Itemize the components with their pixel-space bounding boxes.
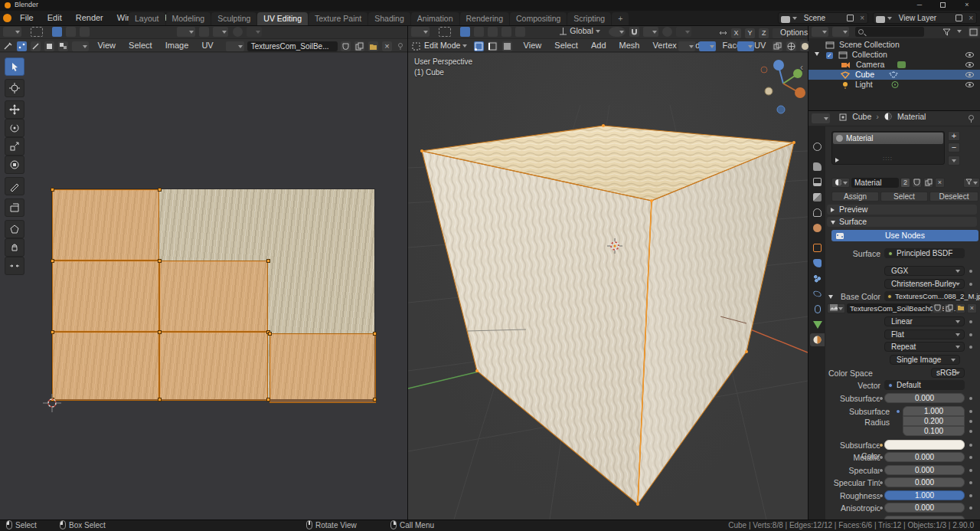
cube-visibility-eye-icon[interactable] <box>965 72 974 77</box>
viewport-menu-mesh[interactable]: Mesh <box>614 39 645 52</box>
uv-face[interactable] <box>270 333 376 403</box>
maximize-button[interactable] <box>940 2 946 8</box>
image-unlink-icon[interactable]: × <box>967 303 977 313</box>
snap-magnet-icon[interactable] <box>629 27 639 37</box>
assign-button[interactable]: Assign <box>831 192 879 202</box>
uv-proportional-edit-icon[interactable] <box>233 27 243 37</box>
new-view-layer-icon[interactable] <box>956 15 962 21</box>
snap-with-dropdown[interactable] <box>643 27 658 37</box>
proportional-edit-icon[interactable] <box>662 27 672 37</box>
uv-image-unlink-icon[interactable]: × <box>382 41 392 51</box>
gizmo-z-axis[interactable] <box>773 60 784 70</box>
browse-image-dropdown[interactable] <box>827 303 845 313</box>
pin-icon[interactable] <box>967 114 975 123</box>
outliner-row-light[interactable]: Light <box>808 80 980 90</box>
collection-visibility-eye-icon[interactable] <box>965 52 974 57</box>
properties-editor-type-dropdown[interactable] <box>812 113 830 123</box>
sidebar-collapse-arrow[interactable]: ‹ <box>800 62 803 73</box>
outliner-row-collection[interactable]: ✓ Collection <box>808 50 980 60</box>
outliner-filter-icon[interactable] <box>942 27 952 37</box>
shading-wireframe-icon[interactable] <box>786 41 796 51</box>
material-slot-list[interactable]: Material :::: <box>831 131 945 165</box>
outliner-row-cube[interactable]: Cube <box>808 70 980 80</box>
tab-layout[interactable]: Layout <box>129 12 165 25</box>
orientation-widget[interactable]: Global <box>559 26 599 35</box>
face-mode-icon[interactable] <box>502 41 512 51</box>
minimize-button[interactable]: ─ <box>916 1 923 8</box>
uv-snap-dropdown[interactable] <box>213 27 228 37</box>
deselect-button[interactable]: Deselect <box>929 192 978 202</box>
outliner-display-mode-dropdown[interactable] <box>812 27 828 37</box>
uv-face[interactable] <box>52 189 159 261</box>
collection-expand-icon[interactable] <box>815 52 819 56</box>
outliner-row-camera[interactable]: Camera <box>808 60 980 70</box>
select-mode-extend-icon[interactable] <box>474 27 484 37</box>
subsurface-radius-y-slider[interactable]: 0.200 <box>903 416 965 426</box>
uv-face-select-icon[interactable] <box>44 41 54 51</box>
uv-image-new-icon[interactable] <box>354 41 364 51</box>
viewport-editor-type-dropdown[interactable] <box>411 27 430 37</box>
tweak-tool-button[interactable] <box>5 57 24 76</box>
material-slot[interactable]: Material <box>833 133 943 144</box>
menu-render[interactable]: Render <box>69 11 110 25</box>
mode-selector[interactable]: Edit Mode <box>424 41 467 50</box>
subsurface-color-swatch[interactable] <box>884 440 965 450</box>
light-visibility-eye-icon[interactable] <box>965 82 974 87</box>
material-name-field[interactable]: Material <box>851 178 899 188</box>
interpolation-dropdown[interactable]: Linear <box>884 316 965 326</box>
menu-file[interactable]: File <box>13 11 41 25</box>
uv-vertex[interactable] <box>373 332 377 336</box>
tab-animation[interactable]: Animation <box>411 12 459 25</box>
projection-dropdown[interactable]: Flat <box>884 329 965 339</box>
viewport-menu-vertex[interactable]: Vertex <box>648 39 682 52</box>
subsurface-radius-x-slider[interactable]: 1.000 <box>903 406 965 416</box>
select-mode-set-icon[interactable] <box>460 27 470 37</box>
cube-mesh[interactable] <box>420 124 795 506</box>
uv-face[interactable] <box>52 332 159 401</box>
shading-settings-dropdown[interactable] <box>737 41 754 51</box>
rip-region-tool-button[interactable] <box>5 198 24 217</box>
select-mode-invert-icon[interactable] <box>501 27 511 37</box>
mirror-y-button[interactable]: Y <box>745 28 755 38</box>
gizmo-x-axis[interactable] <box>795 87 805 98</box>
uv-vertex[interactable] <box>266 398 270 402</box>
uv-vertex[interactable] <box>51 188 54 192</box>
tab-shading[interactable]: Shading <box>368 12 410 25</box>
base-color-value[interactable]: TexturesCom...088_2_M.jpg <box>884 291 965 301</box>
show-overlays-dropdown[interactable] <box>699 41 716 51</box>
metallic-slider[interactable]: 0.000 <box>884 452 965 462</box>
grab-tool-button[interactable] <box>5 238 24 257</box>
breadcrumb-object[interactable]: Cube <box>852 112 871 121</box>
subsurface-radius-z-slider[interactable]: 0.100 <box>903 426 965 436</box>
close-button[interactable]: × <box>963 1 971 8</box>
blender-menu-icon[interactable] <box>3 14 11 22</box>
uv-face[interactable] <box>159 332 268 401</box>
breadcrumb-data[interactable]: Material <box>897 112 926 121</box>
specular-slider[interactable]: 0.000 <box>884 465 965 475</box>
viewport-active-tool-icon[interactable] <box>439 27 451 37</box>
tab-modeling[interactable]: Modeling <box>166 12 211 25</box>
navigation-gizmo[interactable] <box>761 60 805 113</box>
new-scene-icon[interactable] <box>847 15 854 21</box>
vector-menu[interactable]: Default <box>884 380 965 390</box>
new-collection-icon[interactable] <box>969 27 978 37</box>
uv-pivot-dropdown[interactable] <box>177 27 195 37</box>
collection-checkbox[interactable]: ✓ <box>826 52 833 59</box>
slot-specials-dropdown[interactable] <box>948 156 960 166</box>
tab-texture-paint[interactable]: Texture Paint <box>309 12 368 25</box>
outliner-row-scene-collection[interactable]: Scene Collection <box>808 40 980 50</box>
rotate-tool-button[interactable] <box>5 119 24 137</box>
uv-island-select-icon[interactable] <box>58 41 68 51</box>
color-space-dropdown[interactable]: sRGB <box>931 368 965 378</box>
tab-rendering[interactable]: Rendering <box>460 12 509 25</box>
image-fake-user-icon[interactable] <box>933 303 942 313</box>
slot-list-grip[interactable]: :::: <box>883 155 893 162</box>
roughness-slider[interactable]: 1.000 <box>884 490 965 500</box>
transform-tool-button[interactable] <box>5 156 24 174</box>
xray-toggle-icon[interactable] <box>773 41 782 51</box>
mirror-z-button[interactable]: Z <box>759 28 769 38</box>
uv-snap-magnet-icon[interactable] <box>199 27 209 37</box>
falloff-dropdown[interactable] <box>676 27 691 37</box>
viewport-menu-add[interactable]: Add <box>586 39 612 52</box>
gizmo-x-neg[interactable] <box>761 67 767 73</box>
